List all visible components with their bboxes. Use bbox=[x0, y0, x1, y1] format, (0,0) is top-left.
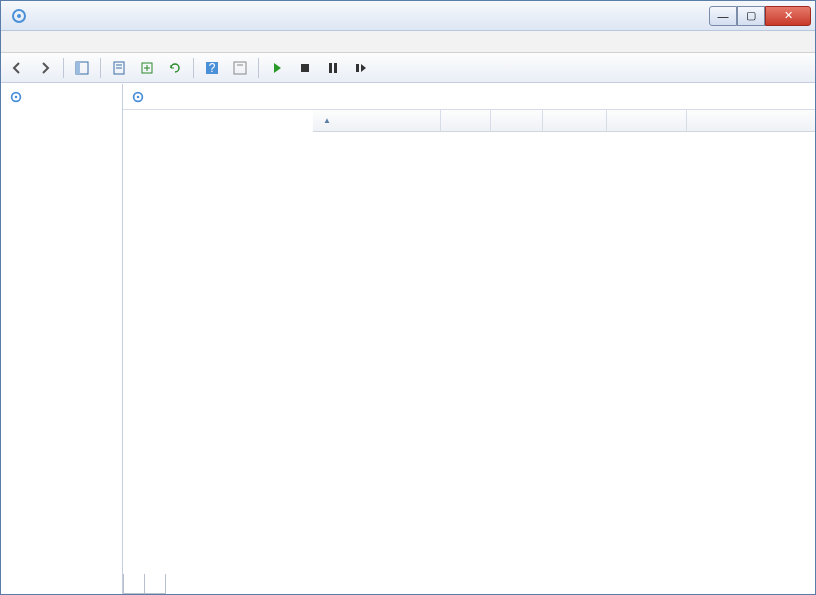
services-list: ▲ bbox=[313, 110, 815, 594]
forward-button[interactable] bbox=[33, 56, 57, 80]
list-body[interactable] bbox=[313, 132, 815, 594]
separator bbox=[100, 58, 101, 78]
view-tabs bbox=[123, 574, 165, 594]
svg-rect-3 bbox=[76, 62, 80, 74]
svg-rect-14 bbox=[334, 63, 337, 73]
svg-point-19 bbox=[137, 95, 140, 98]
back-button[interactable] bbox=[5, 56, 29, 80]
svg-rect-12 bbox=[301, 64, 309, 72]
col-startup[interactable] bbox=[543, 110, 607, 131]
tab-extended[interactable] bbox=[123, 574, 145, 594]
start-service-button[interactable] bbox=[265, 56, 289, 80]
col-name[interactable]: ▲ bbox=[313, 110, 441, 131]
export-button[interactable] bbox=[135, 56, 159, 80]
separator bbox=[63, 58, 64, 78]
title-bar[interactable]: — ▢ ✕ bbox=[1, 1, 815, 31]
properties-button[interactable] bbox=[107, 56, 131, 80]
tree-root-services[interactable] bbox=[7, 88, 116, 106]
help2-button[interactable] bbox=[228, 56, 252, 80]
col-logon[interactable] bbox=[607, 110, 687, 131]
sort-asc-icon: ▲ bbox=[323, 116, 331, 125]
separator bbox=[193, 58, 194, 78]
maximize-button[interactable]: ▢ bbox=[737, 6, 765, 26]
gear-icon bbox=[131, 90, 145, 104]
minimize-button[interactable]: — bbox=[709, 6, 737, 26]
toolbar: ? bbox=[1, 53, 815, 83]
gear-icon bbox=[9, 90, 23, 104]
separator bbox=[258, 58, 259, 78]
description-column bbox=[123, 110, 313, 594]
tree-pane bbox=[1, 84, 123, 594]
close-button[interactable]: ✕ bbox=[765, 6, 811, 26]
help-button[interactable]: ? bbox=[200, 56, 224, 80]
pause-service-button[interactable] bbox=[321, 56, 345, 80]
body: ▲ bbox=[1, 83, 815, 594]
content-row: ▲ bbox=[123, 110, 815, 594]
col-desc[interactable] bbox=[441, 110, 491, 131]
svg-point-1 bbox=[17, 14, 21, 18]
menu-bar bbox=[1, 31, 815, 53]
svg-point-17 bbox=[15, 96, 18, 99]
svg-rect-15 bbox=[356, 64, 359, 72]
svg-rect-10 bbox=[234, 62, 246, 74]
col-status[interactable] bbox=[491, 110, 543, 131]
svg-rect-13 bbox=[329, 63, 332, 73]
tab-standard[interactable] bbox=[144, 574, 166, 594]
window-controls: — ▢ ✕ bbox=[709, 6, 811, 26]
restart-service-button[interactable] bbox=[349, 56, 373, 80]
app-icon bbox=[11, 8, 27, 24]
services-window: — ▢ ✕ ? bbox=[0, 0, 816, 595]
show-hide-tree-button[interactable] bbox=[70, 56, 94, 80]
pane-header bbox=[123, 84, 815, 110]
right-pane: ▲ bbox=[123, 84, 815, 594]
list-header: ▲ bbox=[313, 110, 815, 132]
stop-service-button[interactable] bbox=[293, 56, 317, 80]
refresh-button[interactable] bbox=[163, 56, 187, 80]
svg-text:?: ? bbox=[209, 61, 216, 75]
